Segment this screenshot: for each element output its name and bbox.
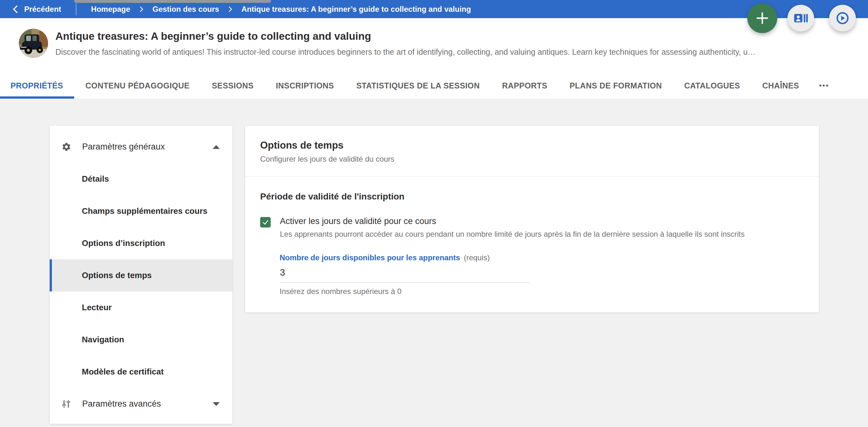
days-available-input[interactable] bbox=[280, 267, 530, 283]
breadcrumb-home[interactable]: Homepage bbox=[91, 5, 130, 14]
breadcrumb: Homepage Gestion des cours Antique treas… bbox=[91, 5, 471, 14]
play-circle-icon bbox=[835, 11, 850, 26]
course-tabbar: PROPRIÉTÉS CONTENU PÉDAGOGIQUE SESSIONS … bbox=[0, 72, 838, 99]
sidebar-section-parametres-generaux[interactable]: Paramètres généraux bbox=[50, 131, 232, 163]
days-available-field: Nombre de jours disponibles pour les app… bbox=[280, 253, 819, 296]
add-button[interactable] bbox=[747, 3, 777, 33]
sidebar-item-options-de-temps[interactable]: Options de temps bbox=[50, 259, 232, 291]
days-available-label-row: Nombre de jours disponibles pour les app… bbox=[280, 253, 819, 262]
window-drag-pill bbox=[74, 0, 271, 3]
check-icon bbox=[262, 219, 269, 226]
section-title-validity-period: Période de validité de l'inscription bbox=[260, 192, 819, 202]
sidebar-item-champs-supplementaires[interactable]: Champs supplémentaires cours bbox=[50, 195, 232, 227]
sidebar-item-details[interactable]: Détails bbox=[50, 163, 232, 195]
course-description: Discover the fascinating world of antiqu… bbox=[55, 47, 832, 57]
required-badge: (requis) bbox=[464, 253, 490, 262]
caret-up-icon bbox=[213, 145, 220, 149]
contact-card-icon bbox=[793, 12, 808, 25]
validity-checkbox[interactable] bbox=[260, 217, 271, 228]
breadcrumb-current-course: Antique treasures: A beginner’s guide to… bbox=[241, 5, 471, 14]
plus-icon bbox=[755, 11, 769, 25]
chevron-right-icon bbox=[139, 6, 144, 12]
sidebar-item-options-inscription[interactable]: Options d’inscription bbox=[50, 227, 232, 259]
validity-checkbox-label[interactable]: Activer les jours de validité pour ce co… bbox=[280, 217, 745, 226]
tab-inscriptions[interactable]: INSCRIPTIONS bbox=[265, 72, 345, 99]
caret-down-icon bbox=[213, 402, 220, 406]
back-button-label: Précédent bbox=[24, 5, 61, 14]
chevron-left-icon bbox=[12, 5, 19, 13]
settings-sidebar: Paramètres généraux Détails Champs suppl… bbox=[50, 126, 232, 424]
chevron-right-icon bbox=[228, 6, 232, 12]
tab-plans-de-formation[interactable]: PLANS DE FORMATION bbox=[558, 72, 673, 99]
sidebar-section-label: Paramètres généraux bbox=[82, 142, 165, 152]
validity-checkbox-help: Les apprenants pourront accéder au cours… bbox=[280, 230, 745, 239]
tab-proprietes[interactable]: PROPRIÉTÉS bbox=[0, 72, 74, 99]
validity-checkbox-text: Activer les jours de validité pour ce co… bbox=[280, 217, 745, 239]
gear-icon bbox=[61, 142, 71, 152]
sidebar-item-navigation[interactable]: Navigation bbox=[50, 324, 232, 356]
course-thumbnail bbox=[19, 29, 48, 58]
preview-play-button[interactable] bbox=[829, 5, 856, 32]
back-button[interactable]: Précédent bbox=[12, 5, 61, 14]
days-available-label: Nombre de jours disponibles pour les app… bbox=[280, 253, 460, 262]
topbar-divider bbox=[76, 3, 76, 15]
tab-chaines[interactable]: CHAÎNES bbox=[751, 72, 810, 99]
tab-statistiques[interactable]: STATISTIQUES DE LA SESSION bbox=[345, 72, 491, 99]
sidebar-section-parametres-avances[interactable]: Paramètres avancés bbox=[50, 388, 232, 420]
days-available-help: Insérez des nombres supérieurs à 0 bbox=[280, 287, 819, 296]
validity-checkbox-row: Activer les jours de validité pour ce co… bbox=[260, 217, 819, 239]
tab-contenu-pedagogique[interactable]: CONTENU PÉDAGOGIQUE bbox=[74, 72, 200, 99]
panel-divider bbox=[245, 176, 819, 176]
top-navigation-bar: Précédent Homepage Gestion des cours Ant… bbox=[0, 0, 868, 18]
panel-title: Options de temps bbox=[260, 140, 819, 151]
sidebar-item-lecteur[interactable]: Lecteur bbox=[50, 291, 232, 324]
options-de-temps-panel: Options de temps Configurer les jours de… bbox=[245, 126, 819, 313]
sliders-icon bbox=[61, 399, 71, 409]
tab-more[interactable]: ••• bbox=[810, 72, 838, 99]
tab-sessions[interactable]: SESSIONS bbox=[200, 72, 265, 99]
sidebar-item-modeles-certificat[interactable]: Modèles de certificat bbox=[50, 356, 232, 388]
sidebar-section-label: Paramètres avancés bbox=[82, 399, 161, 409]
page-title: Antique treasures: A beginner’s guide to… bbox=[55, 30, 371, 42]
tab-rapports[interactable]: RAPPORTS bbox=[491, 72, 558, 99]
enrollments-button[interactable] bbox=[787, 5, 814, 32]
panel-subtitle: Configurer les jours de validité du cour… bbox=[260, 155, 819, 164]
tab-catalogues[interactable]: CATALOGUES bbox=[673, 72, 751, 99]
breadcrumb-course-management[interactable]: Gestion des cours bbox=[153, 5, 219, 14]
